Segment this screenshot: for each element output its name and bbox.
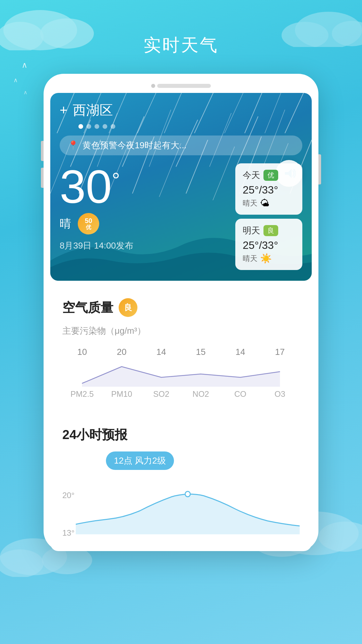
- volume-button-2: [41, 168, 44, 188]
- tooltip-text: 12点 风力2级: [114, 455, 166, 467]
- today-forecast-card[interactable]: 今天 优 25°/33° 晴天 🌤: [235, 163, 302, 215]
- today-weather-row: 晴天 🌤: [243, 198, 295, 209]
- co-label: CO: [221, 389, 260, 399]
- today-temps: 25°/33°: [243, 184, 295, 196]
- forecast-24h-section: 24小时预报 12点 风力2级 20° 13°: [50, 414, 312, 551]
- svg-point-7: [0, 549, 44, 577]
- today-condition: 晴天: [243, 198, 257, 208]
- air-quality-section: 空气质量 良 主要污染物（μg/m³） 10 20 14 15 14 17: [50, 286, 312, 409]
- page-dot-5[interactable]: [111, 124, 115, 129]
- air-quality-title: 空气质量: [62, 299, 113, 316]
- page-dot-4[interactable]: [103, 124, 107, 129]
- tomorrow-condition: 晴天: [243, 254, 257, 264]
- page-dot-3[interactable]: [95, 124, 99, 129]
- aqi-value: 50: [85, 217, 92, 224]
- pm10-label: PM10: [102, 389, 141, 399]
- forecast-24h-title: 24小时预报: [62, 426, 300, 443]
- page-dots: [60, 122, 302, 136]
- aqi-badge: 50 优: [78, 213, 99, 234]
- alert-banner[interactable]: 📍 黄色预警今夜19时起有大...: [60, 136, 302, 155]
- weather-condition: 晴: [60, 216, 71, 231]
- weather-card: + 西湖区 📍 黄色预警今夜19时起有大...: [50, 93, 312, 281]
- tooltip-bubble: 12点 风力2级: [106, 451, 174, 470]
- page-dot-1[interactable]: [78, 124, 83, 129]
- pm25-label: PM2.5: [62, 389, 102, 399]
- notch-speaker: [157, 84, 211, 88]
- weather-header: + 西湖区: [60, 101, 302, 119]
- phone-notch: [44, 80, 318, 93]
- today-header: 今天 优: [243, 169, 295, 181]
- notch-camera: [151, 84, 155, 88]
- city-name: 西湖区: [73, 101, 113, 119]
- no2-value: 15: [181, 347, 221, 357]
- degree-mark: °: [112, 170, 120, 190]
- pm10-value: 20: [102, 347, 141, 357]
- temperature-value: 30: [60, 163, 112, 210]
- y-label-13: 13°: [62, 528, 74, 538]
- aqi-label: 优: [86, 224, 91, 230]
- svg-point-41: [185, 491, 190, 497]
- publish-time: 8月39日 14:00发布: [60, 240, 215, 252]
- page-dot-2[interactable]: [86, 124, 91, 129]
- pm25-value: 10: [62, 347, 102, 357]
- tomorrow-label: 明天: [243, 225, 260, 236]
- tomorrow-weather-icon: ☀️: [260, 253, 272, 264]
- tomorrow-temps: 25°/33°: [243, 239, 295, 252]
- temperature-section: 30° 晴 50 优 8月39日 14:00发布: [60, 163, 302, 270]
- so2-value: 14: [141, 347, 181, 357]
- tomorrow-quality-badge: 良: [263, 225, 278, 236]
- no2-label: NO2: [181, 389, 221, 399]
- air-quality-badge: 良: [119, 298, 137, 317]
- add-city-button[interactable]: +: [60, 103, 67, 118]
- tomorrow-forecast-card[interactable]: 明天 良 25°/33° 晴天 ☀️: [235, 219, 302, 270]
- forecast-cards: 今天 优 25°/33° 晴天 🌤 明天: [235, 163, 302, 270]
- air-quality-chart: [62, 360, 300, 387]
- tomorrow-weather-row: 晴天 ☀️: [243, 253, 295, 264]
- tomorrow-header: 明天 良: [243, 225, 295, 236]
- today-weather-icon: 🌤: [260, 198, 269, 209]
- pollutant-names-row: PM2.5 PM10 SO2 NO2 CO O3: [62, 389, 300, 399]
- o3-label: O3: [260, 389, 300, 399]
- page-title: 实时天气: [0, 0, 362, 64]
- svg-marker-40: [82, 367, 280, 387]
- phone-frame: + 西湖区 📍 黄色预警今夜19时起有大...: [44, 74, 318, 551]
- tooltip-area: 12点 风力2级: [62, 451, 300, 475]
- pollutant-label: 主要污染物（μg/m³）: [62, 325, 300, 337]
- weather-content: + 西湖区 📍 黄色预警今夜19时起有大...: [50, 93, 312, 278]
- main-temperature: 30°: [60, 163, 215, 210]
- o3-value: 17: [260, 347, 300, 357]
- volume-button-1: [41, 141, 44, 161]
- y-label-20: 20°: [62, 491, 74, 500]
- pollutant-values-row: 10 20 14 15 14 17: [62, 347, 300, 357]
- weather-description-row: 晴 50 优: [60, 213, 215, 234]
- temperature-left: 30° 晴 50 优 8月39日 14:00发布: [60, 163, 215, 252]
- so2-label: SO2: [141, 389, 181, 399]
- co-value: 14: [221, 347, 260, 357]
- alert-text: 黄色预警今夜19时起有大...: [82, 140, 187, 151]
- power-button: [318, 154, 321, 184]
- today-label: 今天: [243, 169, 260, 181]
- chart-24h: 20° 13°: [62, 481, 300, 541]
- air-quality-header: 空气质量 良: [62, 298, 300, 317]
- today-quality-badge: 优: [263, 170, 278, 181]
- alert-location-icon: 📍: [68, 140, 78, 151]
